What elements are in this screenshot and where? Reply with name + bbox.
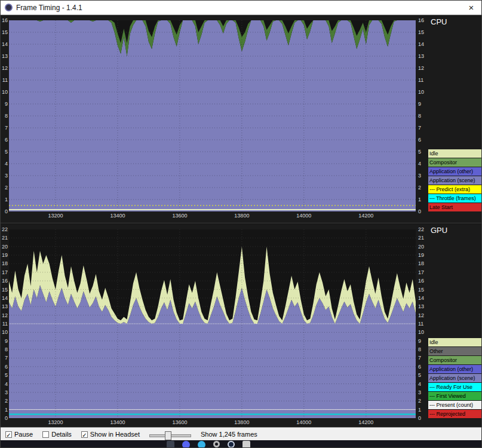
y-tick-label: 2	[417, 185, 429, 191]
settings-gear-icon[interactable]	[213, 441, 220, 447]
y-tick-label: 16	[1, 17, 8, 23]
show-in-headset-checkbox[interactable]: Show in Headset	[81, 431, 140, 438]
gpu-title: GPU	[431, 226, 447, 235]
y-tick-label: 10	[1, 89, 8, 95]
cpu-y-axis-left: 012345678910111213141516	[1, 20, 8, 211]
y-tick-label: 14	[1, 41, 8, 47]
y-tick-label: 7	[1, 355, 8, 361]
y-tick-label: 15	[417, 287, 429, 293]
frames-count-label: Show 1,245 frames	[201, 431, 257, 438]
y-tick-label: 2	[1, 398, 8, 404]
titlebar[interactable]: Frame Timing - 1.4.1 ×	[1, 1, 481, 15]
y-tick-label: 8	[1, 346, 8, 352]
y-tick-label: 19	[417, 252, 429, 258]
legend-item-idle: Idle	[428, 338, 482, 346]
legend-item-other: Other	[428, 347, 482, 355]
y-tick-label: 4	[1, 161, 8, 167]
gpu-x-axis: 132001340013600138001400014200	[9, 419, 416, 426]
y-tick-label: 2	[417, 398, 429, 404]
details-checkbox[interactable]: Details	[42, 431, 72, 438]
discord-icon[interactable]	[182, 441, 190, 448]
y-tick-label: 16	[417, 17, 429, 23]
pause-checkbox[interactable]: Pause	[5, 431, 33, 438]
y-tick-label: 11	[417, 77, 429, 83]
close-button[interactable]: ×	[461, 1, 481, 14]
y-tick-label: 2	[1, 185, 8, 191]
y-tick-label: 12	[417, 312, 429, 318]
y-tick-label: 11	[1, 321, 8, 327]
legend-item-application-other: Application (other)	[428, 167, 482, 176]
frames-slider[interactable]	[149, 431, 191, 440]
y-tick-label: 12	[1, 65, 8, 71]
y-tick-label: 20	[417, 244, 429, 250]
x-tick-label: 13600	[165, 213, 195, 219]
y-tick-label: 0	[417, 415, 429, 421]
x-tick-label: 14000	[289, 213, 319, 219]
y-tick-label: 11	[417, 321, 429, 327]
legend-item-application-scene: Application (scene)	[428, 176, 482, 185]
y-tick-label: 5	[1, 372, 8, 378]
y-tick-label: 13	[1, 303, 8, 309]
y-tick-label: 14	[417, 41, 429, 47]
y-tick-label: 18	[1, 260, 8, 266]
vr-headset-icon[interactable]	[242, 441, 250, 448]
y-tick-label: 5	[1, 149, 8, 155]
y-tick-label: 15	[1, 29, 8, 35]
y-tick-label: 1	[417, 197, 429, 202]
legend-item-predict-extra: --- Predict (extra)	[428, 185, 482, 194]
window-title: Frame Timing - 1.4.1	[16, 4, 82, 12]
x-tick-label: 14000	[289, 419, 319, 425]
browser-icon[interactable]	[198, 441, 205, 448]
legend-item-application-scene: Application (scene)	[428, 374, 482, 382]
y-tick-label: 10	[417, 89, 429, 95]
y-tick-label: 7	[417, 355, 429, 361]
y-tick-label: 5	[417, 372, 429, 378]
y-tick-label: 8	[417, 113, 429, 119]
cpu-x-axis: 132001340013600138001400014200	[9, 213, 416, 220]
x-tick-label: 13800	[227, 419, 257, 425]
x-tick-label: 14200	[351, 213, 381, 219]
y-tick-label: 6	[1, 364, 8, 370]
y-tick-label: 21	[417, 235, 429, 241]
gpu-panel: 012345678910111213141516171819202122 012…	[1, 223, 482, 428]
gpu-legend: IdleOtherCompositorApplication (other)Ap…	[428, 338, 482, 419]
y-tick-label: 1	[1, 407, 8, 413]
y-tick-label: 21	[1, 235, 8, 241]
y-tick-label: 6	[417, 364, 429, 370]
cpu-y-axis-right: 012345678910111213141516	[417, 20, 428, 211]
y-tick-label: 12	[1, 312, 8, 318]
legend-item-idle: Idle	[428, 149, 482, 158]
y-tick-label: 1	[417, 407, 429, 413]
y-tick-label: 0	[1, 415, 8, 421]
checkbox-box-icon	[42, 431, 49, 438]
y-tick-label: 17	[417, 269, 429, 275]
y-tick-label: 10	[1, 329, 8, 335]
legend-item-throttle-frames: --- Throttle (frames)	[428, 194, 482, 202]
cpu-chart-plot[interactable]	[9, 20, 416, 211]
y-tick-label: 0	[417, 208, 429, 214]
legend-item-first-viewed: --- First Viewed	[428, 392, 482, 400]
y-tick-label: 9	[1, 338, 8, 344]
y-tick-label: 1	[1, 197, 8, 202]
y-tick-label: 3	[1, 389, 8, 395]
gpu-chart-plot[interactable]	[9, 229, 416, 418]
y-tick-label: 11	[1, 77, 8, 83]
cpu-title: CPU	[431, 17, 447, 26]
y-tick-label: 14	[417, 295, 429, 301]
y-tick-label: 8	[417, 346, 429, 352]
y-tick-label: 4	[417, 381, 429, 387]
taskbar[interactable]	[1, 440, 482, 448]
legend-item-ready-for-use: --- Ready For Use	[428, 383, 482, 391]
legend-item-present-count: --- Present (count)	[428, 401, 482, 409]
app-window-icon[interactable]	[167, 441, 174, 448]
y-tick-label: 13	[1, 53, 8, 59]
y-tick-label: 9	[417, 101, 429, 107]
details-label: Details	[51, 431, 72, 438]
legend-item-late-start: Late Start	[428, 203, 482, 211]
steam-icon[interactable]	[228, 441, 235, 448]
y-tick-label: 7	[417, 125, 429, 131]
x-tick-label: 13600	[165, 419, 195, 425]
slider-thumb[interactable]	[165, 431, 171, 440]
y-tick-label: 9	[417, 338, 429, 344]
legend-item-application-other: Application (other)	[428, 365, 482, 373]
